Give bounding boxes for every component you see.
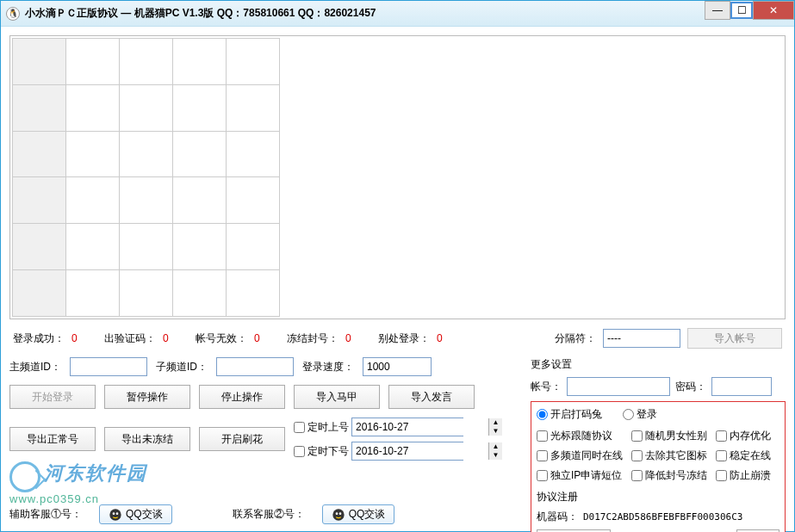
invalid-label: 帐号无效： (196, 331, 247, 346)
data-panel (9, 35, 786, 319)
spin-up-icon[interactable]: ▲ (488, 442, 502, 451)
qq-chat-1-button[interactable]: QQ交谈 (99, 504, 172, 524)
timer-down-date[interactable]: ▲▼ (351, 442, 463, 461)
svg-point-2 (116, 512, 119, 515)
opt-multi-channel[interactable]: 多频道同时在线 (537, 448, 623, 463)
opt-random-gender[interactable]: 随机男女性别 (631, 429, 707, 443)
opt-cursor-follow[interactable]: 光标跟随协议 (537, 429, 623, 443)
opt-remove-icons[interactable]: 去除其它图标 (631, 448, 707, 463)
export-frozen-button[interactable]: 导出未冻结 (104, 427, 190, 451)
app-icon: 🐧 (6, 7, 20, 21)
verify-value: 0 (163, 332, 189, 344)
opt-memory[interactable]: 内存优化 (716, 429, 779, 443)
app-window: 🐧 小水滴ＰＣ正版协议 — 机器猫PC V1.3版 QQ：785810661 Q… (0, 0, 795, 532)
main-channel-input[interactable] (70, 357, 147, 376)
opt-prevent-crash[interactable]: 防止崩溃 (716, 468, 779, 483)
account-input[interactable] (567, 377, 670, 396)
login-ok-label: 登录成功： (13, 331, 65, 346)
import-vest-button[interactable]: 导入马甲 (294, 385, 380, 409)
qq-icon (332, 508, 345, 522)
svg-point-3 (332, 509, 344, 520)
password-input[interactable] (711, 377, 772, 396)
register-title: 协议注册 (537, 490, 779, 504)
frozen-label: 冻结封号： (287, 331, 338, 346)
window-controls: — ☐ ✕ (705, 1, 794, 20)
table-row (13, 39, 280, 85)
help1-label: 辅助客服①号： (9, 507, 82, 522)
account-label: 帐号： (531, 380, 562, 394)
timer-up-label: 定时上号 (307, 420, 349, 435)
table-row (13, 131, 280, 177)
login-ok-value: 0 (71, 332, 97, 344)
login-speed-label: 登录速度： (302, 360, 354, 374)
spin-up-icon[interactable]: ▲ (488, 418, 502, 427)
sub-channel-input[interactable] (216, 357, 294, 376)
more-settings-label: 更多设置 (531, 357, 786, 372)
elsewhere-label: 别处登录： (378, 331, 430, 346)
timer-up-checkbox[interactable] (294, 422, 305, 433)
footer: 辅助客服①号： QQ交谈 联系客服②号： QQ交谈 (9, 504, 786, 524)
pause-button[interactable]: 暂停操作 (104, 385, 190, 409)
login-speed-input[interactable] (363, 357, 432, 376)
open-flower-button[interactable]: 开启刷花 (199, 427, 285, 451)
export-ok-button[interactable]: 导出正常号 (9, 427, 96, 451)
login-radio[interactable]: 登录 (623, 407, 657, 422)
timer-down-checkbox[interactable] (294, 446, 305, 457)
invalid-value: 0 (254, 332, 280, 344)
verify-label: 出验证码： (104, 331, 156, 346)
stop-button[interactable]: 停止操作 (199, 385, 285, 409)
spin-down-icon[interactable]: ▼ (488, 427, 502, 436)
maximize-button[interactable]: ☐ (730, 2, 753, 19)
titlebar: 🐧 小水滴ＰＣ正版协议 — 机器猫PC V1.3版 QQ：785810661 Q… (1, 1, 794, 27)
spin-down-icon[interactable]: ▼ (488, 451, 502, 460)
start-login-button[interactable]: 开始登录 (9, 385, 96, 409)
separator-label: 分隔符： (555, 331, 596, 346)
table-row (13, 224, 280, 270)
timer-down-label: 定时下号 (307, 444, 349, 459)
table-row (13, 84, 280, 131)
svg-point-4 (335, 512, 338, 515)
svg-point-5 (338, 512, 341, 515)
open-code-radio[interactable]: 开启打码兔 (537, 407, 602, 422)
opt-stable[interactable]: 稳定在线 (716, 448, 779, 463)
close-button[interactable]: ✕ (753, 1, 794, 20)
minimize-button[interactable]: — (705, 1, 730, 20)
separator-input[interactable] (603, 329, 680, 348)
svg-point-0 (109, 509, 121, 520)
timer-down-input[interactable] (352, 442, 488, 460)
timer-up-date[interactable]: ▲▼ (351, 418, 463, 436)
import-speak-button[interactable]: 导入发言 (388, 385, 475, 409)
frozen-value: 0 (345, 332, 371, 344)
data-grid[interactable] (12, 38, 280, 317)
window-title: 小水滴ＰＣ正版协议 — 机器猫PC V1.3版 QQ：785810661 QQ：… (25, 6, 789, 21)
sub-channel-label: 子频道ID： (156, 360, 208, 374)
table-row (13, 270, 280, 317)
import-account-button[interactable]: 导入帐号 (687, 328, 782, 349)
timer-up-input[interactable] (352, 418, 488, 436)
opt-ip-short[interactable]: 独立IP申请短位 (537, 468, 623, 483)
help2-label: 联系客服②号： (233, 507, 305, 522)
main-channel-label: 主频道ID： (9, 360, 61, 374)
elsewhere-value: 0 (437, 332, 463, 344)
content-area: 登录成功： 0 出验证码： 0 帐号无效： 0 冻结封号： 0 别处登录： 0 … (1, 27, 794, 531)
status-row: 登录成功： 0 出验证码： 0 帐号无效： 0 冻结封号： 0 别处登录： 0 … (13, 328, 782, 349)
qq-icon (109, 508, 122, 522)
table-row (13, 177, 280, 224)
svg-point-1 (113, 512, 115, 515)
qq-chat-2-button[interactable]: QQ交谈 (322, 504, 395, 524)
password-label: 密码： (675, 380, 706, 394)
opt-reduce-ban[interactable]: 降低封号冻结 (631, 468, 707, 483)
